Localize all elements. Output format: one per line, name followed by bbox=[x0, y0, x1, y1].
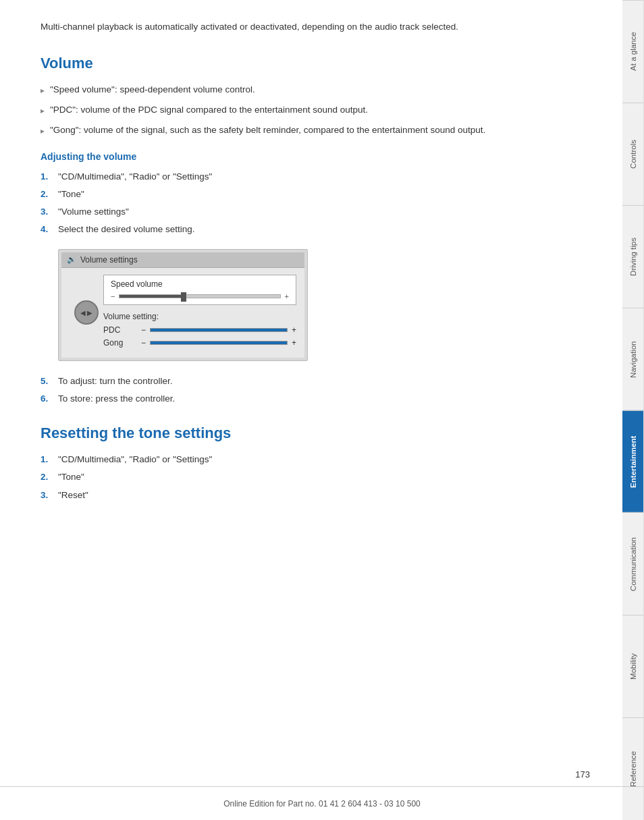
minus-icon: − bbox=[111, 292, 115, 300]
speed-volume-thumb bbox=[181, 292, 186, 302]
step-num: 5. bbox=[41, 375, 51, 388]
step-num: 4. bbox=[41, 223, 51, 236]
footer-text: Online Edition for Part no. 01 41 2 604 … bbox=[223, 799, 421, 809]
sidebar-tab-mobility[interactable]: Mobility bbox=[622, 615, 644, 717]
sidebar-tab-driving-tips[interactable]: Driving tips bbox=[622, 205, 644, 308]
adjusting-steps-list: 1. "CD/Multimedia", "Radio" or "Settings… bbox=[41, 170, 590, 237]
sidebar-tab-entertainment[interactable]: Entertainment bbox=[622, 410, 644, 513]
plus-icon: + bbox=[285, 292, 289, 300]
reset-title: Resetting the tone settings bbox=[41, 425, 590, 442]
sidebar-tab-at-a-glance[interactable]: At a glance bbox=[622, 0, 644, 103]
volume-setting-label: Volume setting: bbox=[103, 312, 296, 321]
intro-paragraph: Multi-channel playback is automatically … bbox=[41, 20, 590, 34]
footer: Online Edition for Part no. 01 41 2 604 … bbox=[0, 786, 644, 820]
bullet-item: ▸ "PDC": volume of the PDC signal compar… bbox=[41, 103, 590, 117]
left-arrow-icon: ◀ bbox=[80, 309, 86, 317]
step-text: "Tone" bbox=[58, 470, 84, 484]
step-text: To store: press the controller. bbox=[58, 392, 175, 406]
step-1: 1. "CD/Multimedia", "Radio" or "Settings… bbox=[41, 170, 590, 184]
step-num: 1. bbox=[41, 453, 51, 466]
knob-arrows: ◀ ▶ bbox=[80, 309, 92, 317]
screenshot-body: ◀ ▶ Speed volume − bbox=[70, 275, 296, 351]
step-5: 5. To adjust: turn the controller. bbox=[41, 375, 590, 388]
steps-5-6-list: 5. To adjust: turn the controller. 6. To… bbox=[41, 375, 590, 406]
right-arrow-icon: ▶ bbox=[87, 309, 92, 317]
screenshot-inner: ◀ ▶ Speed volume − bbox=[61, 268, 304, 358]
step-num: 2. bbox=[41, 470, 51, 484]
bullet-arrow-icon: ▸ bbox=[41, 125, 45, 137]
bullet-item: ▸ "Speed volume": speed-dependent volume… bbox=[41, 83, 590, 97]
screenshot-title-text: Volume settings bbox=[80, 255, 138, 265]
step-num: 6. bbox=[41, 392, 51, 406]
bullet-arrow-icon: ▸ bbox=[41, 84, 45, 97]
step-text: To adjust: turn the controller. bbox=[58, 375, 173, 388]
pdc-track bbox=[150, 328, 288, 332]
bullet-text: "Speed volume": speed-dependent volume c… bbox=[50, 83, 255, 97]
volume-title: Volume bbox=[41, 55, 590, 72]
speed-volume-track bbox=[119, 294, 280, 298]
sidebar-tab-navigation[interactable]: Navigation bbox=[622, 308, 644, 410]
gong-row: Gong − + bbox=[103, 338, 296, 348]
speed-volume-fill bbox=[119, 295, 184, 298]
sidebar: At a glanceControlsDriving tipsNavigatio… bbox=[609, 0, 644, 820]
volume-section: Volume ▸ "Speed volume": speed-dependent… bbox=[41, 55, 590, 406]
bullet-text: "PDC": volume of the PDC signal compared… bbox=[50, 103, 368, 117]
gong-plus-icon: + bbox=[292, 338, 296, 348]
reset-step-1: 1. "CD/Multimedia", "Radio" or "Settings… bbox=[41, 453, 590, 466]
volume-settings-screenshot: 🔊 Volume settings ◀ ▶ bbox=[58, 249, 308, 361]
screenshot-right-col: Speed volume − + Volume set bbox=[103, 275, 296, 351]
step-6: 6. To store: press the controller. bbox=[41, 392, 590, 406]
step-num: 1. bbox=[41, 170, 51, 184]
gong-track bbox=[150, 341, 288, 345]
pdc-minus-icon: − bbox=[141, 325, 146, 335]
step-num: 3. bbox=[41, 205, 51, 219]
gong-label: Gong bbox=[103, 338, 137, 348]
controller-knob: ◀ ▶ bbox=[74, 300, 99, 325]
screenshot-title-bar: 🔊 Volume settings bbox=[61, 252, 304, 268]
step-text: "Reset" bbox=[58, 489, 88, 502]
step-num: 2. bbox=[41, 188, 51, 201]
speed-volume-label: Speed volume bbox=[111, 279, 289, 289]
speed-volume-slider-row: − + bbox=[111, 292, 289, 300]
volume-bullet-list: ▸ "Speed volume": speed-dependent volume… bbox=[41, 83, 590, 138]
reset-steps-list: 1. "CD/Multimedia", "Radio" or "Settings… bbox=[41, 453, 590, 502]
adjusting-volume-subtitle: Adjusting the volume bbox=[41, 151, 590, 162]
step-text: "CD/Multimedia", "Radio" or "Settings" bbox=[58, 170, 212, 184]
step-text: "Tone" bbox=[58, 188, 84, 201]
gong-minus-icon: − bbox=[141, 338, 146, 348]
step-text: "CD/Multimedia", "Radio" or "Settings" bbox=[58, 453, 212, 466]
knob-area: ◀ ▶ bbox=[70, 275, 103, 351]
reset-step-3: 3. "Reset" bbox=[41, 489, 590, 502]
pdc-label: PDC bbox=[103, 325, 137, 335]
speed-volume-box: Speed volume − + bbox=[103, 275, 296, 305]
bullet-arrow-icon: ▸ bbox=[41, 105, 45, 117]
sidebar-tab-controls[interactable]: Controls bbox=[622, 103, 644, 205]
main-content: Multi-channel playback is automatically … bbox=[41, 0, 590, 562]
reset-step-2: 2. "Tone" bbox=[41, 470, 590, 484]
step-4: 4. Select the desired volume setting. bbox=[41, 223, 590, 236]
step-2: 2. "Tone" bbox=[41, 188, 590, 201]
step-num: 3. bbox=[41, 489, 51, 502]
page-number: 173 bbox=[575, 769, 590, 780]
step-text: Select the desired volume setting. bbox=[58, 223, 195, 236]
step-3: 3. "Volume settings" bbox=[41, 205, 590, 219]
bullet-item: ▸ "Gong": volume of the signal, such as … bbox=[41, 124, 590, 137]
pdc-row: PDC − + bbox=[103, 325, 296, 335]
pdc-plus-icon: + bbox=[292, 325, 296, 335]
reset-section: Resetting the tone settings 1. "CD/Multi… bbox=[41, 425, 590, 502]
volume-icon: 🔊 bbox=[67, 255, 76, 264]
bullet-text: "Gong": volume of the signal, such as th… bbox=[50, 124, 485, 137]
sidebar-tab-communication[interactable]: Communication bbox=[622, 512, 644, 615]
step-text: "Volume settings" bbox=[58, 205, 129, 219]
